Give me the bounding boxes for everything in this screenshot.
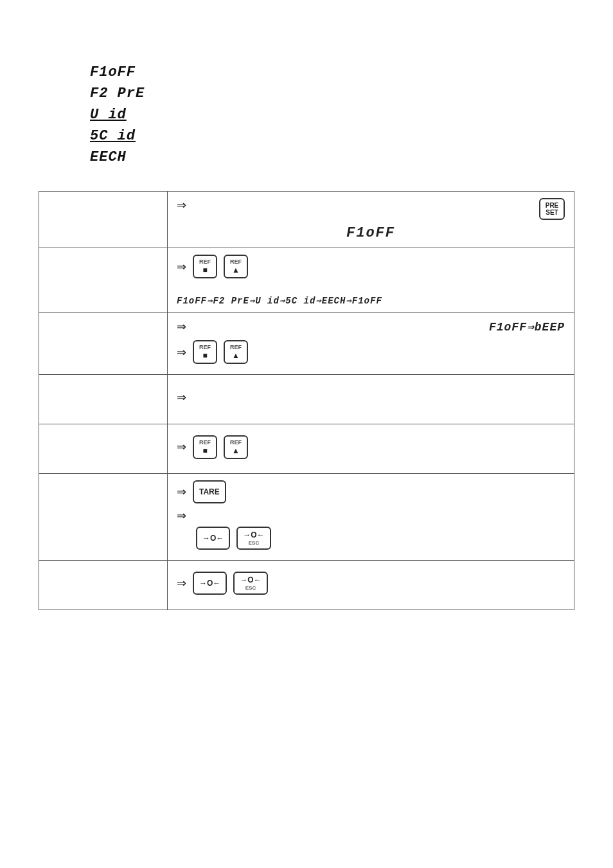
ref-up-button[interactable]: REF ▲	[224, 255, 248, 278]
lcd-f1off-row1: F1oFF	[346, 225, 395, 241]
zero-button-1[interactable]: →O←	[196, 527, 230, 550]
zero-esc-1-sub: ESC	[249, 540, 259, 547]
ref-up-button-2[interactable]: REF ▲	[224, 340, 248, 364]
preset-label-top: PRE	[546, 202, 559, 209]
tare-label: TARE	[199, 487, 220, 496]
zero-2-main: →O←	[199, 579, 220, 588]
row-2-right: ⇒ REF ■ REF ▲ F1oFF⇒F2 PrE⇒U id⇒5C id⇒EE…	[168, 248, 574, 313]
row-3-right: ⇒ F1oFF⇒bEEP ⇒ REF ■ REF ▲	[168, 313, 574, 375]
menu-item-2: F2 PrE	[90, 86, 574, 102]
table-row-4: ⇒	[39, 375, 574, 424]
table-row-3: ⇒ F1oFF⇒bEEP ⇒ REF ■ REF ▲	[39, 313, 574, 375]
ref-up-3-top: REF	[230, 439, 242, 446]
row-5-left	[39, 424, 168, 474]
ref-dot-button[interactable]: REF ■	[193, 255, 217, 278]
instruction-table: ⇒ PRE SET F1oFF ⇒ REF ■	[39, 191, 574, 610]
row-7-right: ⇒ →O← →O← ESC	[168, 561, 574, 610]
table-row-2: ⇒ REF ■ REF ▲ F1oFF⇒F2 PrE⇒U id⇒5C id⇒EE…	[39, 248, 574, 313]
tare-button[interactable]: TARE	[193, 480, 226, 503]
zero-esc-button-1[interactable]: →O← ESC	[236, 527, 271, 550]
menu-item-1: F1oFF	[90, 64, 574, 80]
arrow-icon-3a: ⇒	[177, 320, 186, 334]
ref-dot-label-top: REF	[199, 258, 211, 266]
ref-up-2-main: ▲	[232, 351, 240, 360]
row-6-right: ⇒ TARE ⇒ →O← →O← ESC	[168, 474, 574, 561]
ref-dot-button-3[interactable]: REF ■	[193, 435, 217, 459]
row-4-right: ⇒	[168, 375, 574, 424]
ref-dot-3-main: ■	[202, 446, 207, 455]
ref-dot-label-main: ■	[202, 266, 207, 275]
zero-1-main: →O←	[202, 534, 224, 543]
preset-button[interactable]: PRE SET	[539, 198, 565, 220]
arrow-icon-4: ⇒	[177, 390, 186, 404]
row-3-left	[39, 313, 168, 375]
cycle-text-row2: F1oFF⇒F2 PrE⇒U id⇒5C id⇒EECH⇒F1oFF	[177, 296, 382, 306]
zero-esc-2-sub: ESC	[245, 585, 256, 592]
ref-up-button-3[interactable]: REF ▲	[224, 435, 248, 459]
menu-item-3: U id	[90, 107, 574, 123]
table-row-6: ⇒ TARE ⇒ →O← →O← ESC	[39, 474, 574, 561]
arrow-icon-1: ⇒	[177, 198, 186, 212]
row-2-left	[39, 248, 168, 313]
arrow-icon-5: ⇒	[177, 440, 186, 454]
ref-up-label-top: REF	[230, 258, 242, 266]
lcd-f1off-beep: F1oFF⇒bEEP	[489, 320, 565, 334]
ref-dot-2-top: REF	[199, 344, 211, 351]
row-6-left	[39, 474, 168, 561]
ref-up-label-main: ▲	[232, 266, 240, 275]
ref-dot-3-top: REF	[199, 439, 211, 446]
ref-dot-2-main: ■	[202, 351, 207, 360]
row-1-right: ⇒ PRE SET F1oFF	[168, 192, 574, 248]
zero-button-2[interactable]: →O←	[193, 572, 227, 595]
row-1-left	[39, 192, 168, 248]
arrow-icon-6b: ⇒	[177, 509, 186, 523]
menu-list: F1oFF F2 PrE U id 5C id EECH	[90, 64, 574, 165]
arrow-icon-7: ⇒	[177, 576, 186, 590]
arrow-icon-6a: ⇒	[177, 485, 186, 499]
menu-item-4: 5C id	[90, 128, 574, 144]
arrow-icon-2: ⇒	[177, 260, 186, 274]
ref-dot-button-2[interactable]: REF ■	[193, 340, 217, 364]
ref-up-3-main: ▲	[232, 446, 240, 455]
table-row-7: ⇒ →O← →O← ESC	[39, 561, 574, 610]
arrow-icon-3b: ⇒	[177, 345, 186, 359]
zero-esc-1-main: →O←	[243, 530, 264, 539]
table-row-5: ⇒ REF ■ REF ▲	[39, 424, 574, 474]
ref-up-2-top: REF	[230, 344, 242, 351]
row-4-left	[39, 375, 168, 424]
table-row-1: ⇒ PRE SET F1oFF	[39, 192, 574, 248]
row-7-left	[39, 561, 168, 610]
zero-esc-button-2[interactable]: →O← ESC	[233, 572, 267, 595]
row-5-right: ⇒ REF ■ REF ▲	[168, 424, 574, 474]
menu-item-5: EECH	[90, 149, 574, 165]
preset-label-bot: SET	[546, 209, 558, 216]
zero-esc-2-main: →O←	[240, 575, 261, 584]
